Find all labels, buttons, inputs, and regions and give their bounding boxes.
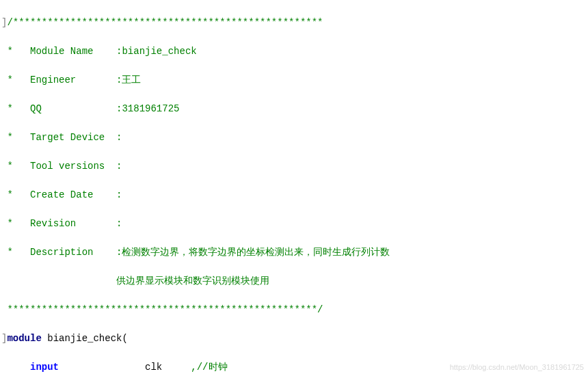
comment-text: ****************************************…: [7, 304, 323, 315]
module-name: bianjie_check(: [42, 333, 128, 344]
comment-star: *: [7, 161, 12, 172]
hdr-val: :王工: [116, 75, 141, 85]
hdr-key: Create Date: [30, 189, 93, 200]
hdr-key: Description: [30, 247, 93, 258]
comment-line: ]/**************************************…: [1, 16, 588, 30]
comment-star: *: [7, 103, 12, 114]
comment-star: *: [7, 247, 12, 258]
hdr-key: Target Device: [30, 132, 105, 143]
hdr-val: :: [116, 132, 122, 143]
comment-line: * QQ :3181961725: [1, 102, 588, 116]
hdr-val: :: [116, 218, 122, 229]
hdr-val: :bianjie_check: [116, 46, 197, 57]
hdr-val: :: [116, 161, 122, 172]
comment-star: *: [7, 75, 12, 85]
comment-star: *: [7, 46, 12, 57]
module-decl: ]module bianjie_check(: [1, 332, 588, 346]
hdr-key: Module Name: [30, 46, 93, 57]
hdr-val: :: [116, 189, 122, 200]
comment-line: * Create Date :: [1, 188, 588, 202]
comment-line: * Revision :: [1, 217, 588, 231]
comment-star: *: [7, 132, 12, 143]
hdr-val: :3181961725: [116, 103, 179, 114]
keyword-module: module: [7, 333, 41, 344]
comment-line: * Target Device :: [1, 131, 588, 145]
hdr-key: Tool versions: [30, 161, 105, 172]
comment-line: * Module Name :bianjie_check: [1, 44, 588, 59]
code-editor: ]/**************************************…: [0, 0, 588, 376]
comment-line: * Engineer :王工: [1, 73, 588, 88]
line-comment: ,//时钟: [191, 362, 227, 373]
hdr-key: Engineer: [30, 75, 76, 85]
comment-star: *: [7, 218, 12, 229]
comment-star: *: [7, 189, 12, 200]
comment-line: 供边界显示模块和数字识别模块使用: [1, 274, 588, 288]
hdr-key: Revision: [30, 218, 76, 229]
keyword-input: input: [30, 362, 59, 373]
hdr-val: :检测数字边界，将数字边界的坐标检测出来，同时生成行列计数: [116, 247, 390, 258]
signal: clk: [145, 362, 162, 373]
comment-line: * Description :检测数字边界，将数字边界的坐标检测出来，同时生成行…: [1, 245, 588, 260]
hdr-val: 供边界显示模块和数字识别模块使用: [116, 276, 269, 286]
comment-text: /***************************************…: [7, 17, 323, 28]
hdr-key: QQ: [30, 103, 42, 114]
comment-line: * Tool versions :: [1, 159, 588, 174]
comment-line: ****************************************…: [1, 303, 588, 317]
watermark: https://blog.csdn.net/Moon_3181961725: [450, 360, 584, 375]
